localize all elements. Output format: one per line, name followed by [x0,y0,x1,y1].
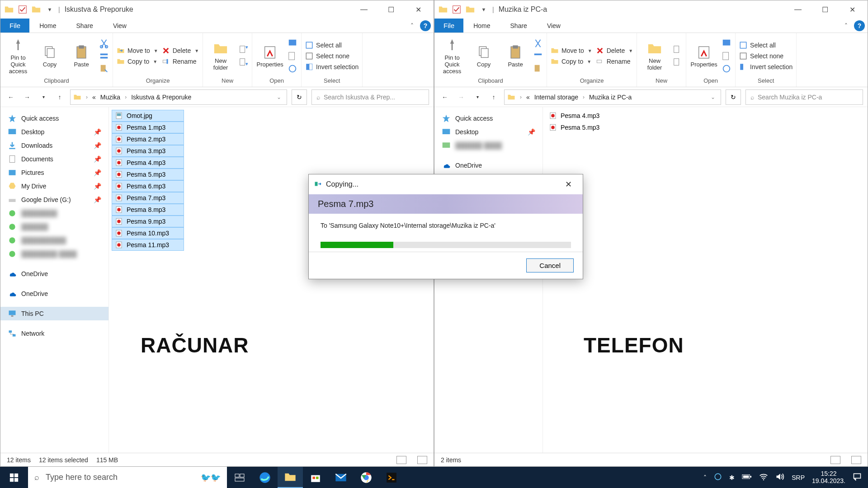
pin-quick-access-button[interactable]: Pin to Quick access [438,38,466,75]
file-item[interactable]: Pesma 11.mp3 [112,239,184,251]
delete-button[interactable]: Delete▼ [162,47,199,55]
back-button[interactable]: ← [439,91,451,103]
dropdown-icon[interactable]: ⌄ [708,94,718,100]
cancel-button[interactable]: Cancel [526,258,574,272]
file-item[interactable]: Omot.jpg [112,110,184,122]
clock[interactable]: 15:22 19.04.2023. [812,470,845,484]
tab-view[interactable]: View [103,19,137,33]
tray-overflow-icon[interactable]: ˄ [703,474,707,481]
nav-pictures[interactable]: Pictures📌 [0,166,108,179]
nav-redacted[interactable]: ████████ ████ [0,247,108,261]
nav-downloads[interactable]: Downloads📌 [0,139,108,152]
cut-icon[interactable] [99,38,109,48]
file-item[interactable]: Pesma 5.mp3 [546,122,618,133]
paste-button[interactable]: Paste [501,45,529,68]
invert-selection-button[interactable]: Invert selection [305,63,359,71]
copy-path-icon[interactable] [533,51,543,61]
forward-button[interactable]: → [21,91,33,103]
cut-icon[interactable] [533,38,543,48]
nav-documents[interactable]: Documents📌 [0,152,108,166]
recent-locations-button[interactable]: ▾ [38,91,49,103]
copy-path-icon[interactable] [99,51,109,61]
volume-icon[interactable] [775,473,784,482]
view-details-button[interactable] [396,456,406,464]
close-button[interactable]: ✕ [559,178,577,191]
file-item[interactable]: Pesma 7.mp3 [112,192,184,204]
paste-button[interactable]: Paste [67,45,95,68]
view-icons-button[interactable] [417,456,427,464]
chevron-right-icon[interactable]: › [83,94,90,100]
chrome-app-icon[interactable] [354,467,379,488]
taskbar-search[interactable]: ⌕ Type here to search 🐦🐦 [28,467,227,488]
tab-view[interactable]: View [537,19,571,33]
nav-quick-access[interactable]: Quick access [0,112,108,125]
address-bar[interactable]: › « Muzika › Iskustva & Preporuke ⌄ [70,89,287,105]
breadcrumb-item[interactable]: Muzika iz PC-a [589,94,632,101]
file-list[interactable]: Omot.jpg Pesma 1.mp3 Pesma 2.mp3 Pesma 3… [109,107,434,453]
properties-button[interactable]: Properties [256,45,284,68]
nav-redacted[interactable]: ██████ ████ [434,139,542,152]
forward-button[interactable]: → [455,91,467,103]
start-button[interactable] [0,467,28,488]
nav-quick-access[interactable]: Quick access [434,112,542,125]
easy-access-icon[interactable] [672,57,682,67]
file-item[interactable]: Pesma 4.mp3 [112,157,184,169]
collapse-ribbon-icon[interactable]: ˄ [407,19,417,33]
copy-button[interactable]: Copy [470,45,498,68]
new-folder-button[interactable]: New folder [641,41,669,71]
select-all-button[interactable]: Select all [305,41,359,49]
nav-network[interactable]: Network [0,327,108,340]
rename-button[interactable]: Rename [162,57,199,66]
maximize-button[interactable]: ☐ [811,0,839,19]
nav-onedrive[interactable]: OneDrive [0,287,108,300]
nav-this-pc[interactable]: This PC [0,307,108,320]
nav-redacted[interactable]: ██████ [0,220,108,234]
terminal-app-icon[interactable] [379,467,404,488]
chevron-right-icon[interactable]: › [517,94,524,100]
select-none-button[interactable]: Select none [739,52,793,60]
tab-file[interactable]: File [0,19,29,33]
up-button[interactable]: ↑ [54,91,66,103]
back-button[interactable]: ← [5,91,17,103]
maximize-button[interactable]: ☐ [377,0,405,19]
chevron-right-icon[interactable]: › [122,94,129,100]
search-input[interactable]: ⌕ Search Iskustva & Prep... [311,89,429,105]
refresh-button[interactable]: ↻ [726,89,741,105]
nav-redacted[interactable]: ████████ [0,206,108,220]
move-to-button[interactable]: Move to▼ [551,47,592,55]
select-none-button[interactable]: Select none [305,52,359,60]
invert-selection-button[interactable]: Invert selection [739,63,793,71]
refresh-button[interactable]: ↻ [292,89,307,105]
file-list[interactable]: Pesma 4.mp3 Pesma 5.mp3 TELEFON [543,107,868,453]
close-button[interactable]: ✕ [839,0,866,19]
new-item-icon[interactable]: ▾ [238,45,248,55]
minimize-button[interactable]: — [784,0,811,19]
help-icon[interactable]: ? [854,20,865,31]
mail-app-icon[interactable] [328,467,354,488]
tab-home[interactable]: Home [463,19,500,33]
view-details-button[interactable] [830,456,840,464]
properties-button[interactable]: Properties [690,45,718,68]
minimize-button[interactable]: — [350,0,377,19]
chevron-right-icon[interactable]: › [580,94,587,100]
nav-desktop[interactable]: Desktop📌 [434,125,542,139]
battery-icon[interactable] [742,474,752,481]
up-button[interactable]: ↑ [488,91,500,103]
tab-share[interactable]: Share [66,19,103,33]
history-icon[interactable] [722,64,731,74]
notifications-icon[interactable] [853,473,862,482]
tray-slack-icon[interactable]: ✱ [729,474,735,481]
edit-icon[interactable] [288,51,297,61]
open-icon[interactable] [722,38,731,48]
nav-onedrive[interactable]: OneDrive [0,267,108,281]
file-item[interactable]: Pesma 3.mp3 [112,145,184,157]
breadcrumb-item[interactable]: Iskustva & Preporuke [131,94,191,101]
file-item[interactable]: Pesma 4.mp3 [546,110,618,122]
easy-access-icon[interactable]: ▾ [238,57,248,67]
store-app-icon[interactable] [303,467,328,488]
language-indicator[interactable]: SRP [792,474,805,481]
nav-desktop[interactable]: Desktop📌 [0,125,108,139]
paste-shortcut-icon[interactable] [533,64,543,74]
dropdown-icon[interactable]: ▼ [479,5,489,14]
file-item[interactable]: Pesma 1.mp3 [112,122,184,133]
